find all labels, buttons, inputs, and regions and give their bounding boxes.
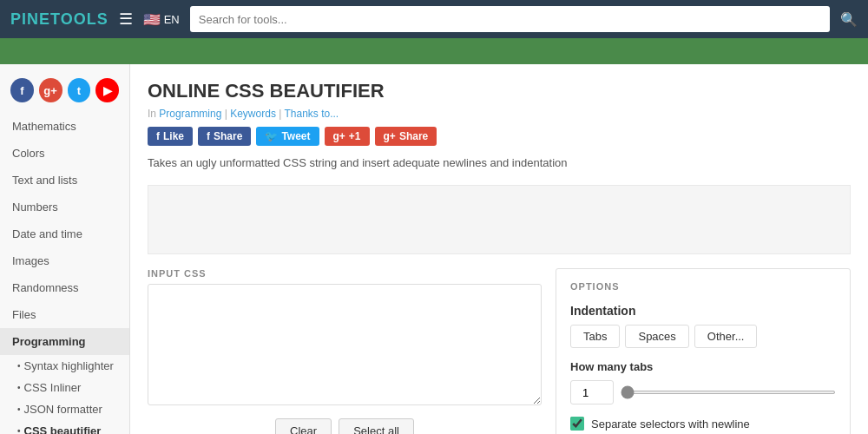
sidebar-item-programming[interactable]: Programming <box>0 328 129 355</box>
tabs-label: How many tabs <box>570 360 836 373</box>
tabs-slider[interactable] <box>621 391 836 394</box>
button-row: Clear Select all <box>148 418 542 434</box>
tabs-input-row <box>570 380 836 404</box>
sidebar-sub-cssinliner[interactable]: • CSS Inliner <box>0 377 129 398</box>
sidebar-item-colors[interactable]: Colors <box>0 140 129 167</box>
share-gp-button[interactable]: g+ Share <box>375 127 437 146</box>
tabs-number-input[interactable] <box>570 380 614 404</box>
breadcrumb-link-programming[interactable]: Programming <box>159 108 221 120</box>
content-area: ONLINE CSS BEAUTIFIER In Programming | K… <box>130 64 868 434</box>
sidebar: f g+ t ▶ Mathematics Colors Text and lis… <box>0 64 130 434</box>
other-button[interactable]: Other... <box>694 325 758 348</box>
separate-selectors-checkbox[interactable] <box>570 417 584 431</box>
lang-flag: 🇺🇸 <box>143 11 161 28</box>
gp2-icon: g+ <box>384 130 396 142</box>
plus1-button[interactable]: g+ +1 <box>325 127 370 146</box>
bullet-icon: • <box>17 404 21 414</box>
breadcrumb-link-keywords[interactable]: Keywords <box>230 108 276 120</box>
share-fb-button[interactable]: f Share <box>198 127 251 146</box>
ad-banner <box>148 185 851 254</box>
twitter-icon[interactable]: t <box>68 78 91 102</box>
youtube-icon[interactable]: ▶ <box>95 78 119 102</box>
tw-icon: 🐦 <box>265 130 278 142</box>
options-title: OPTIONS <box>570 281 836 292</box>
select-all-button[interactable]: Select all <box>339 418 414 434</box>
breadcrumb-link-thanksto[interactable]: Thanks to... <box>284 108 339 120</box>
fb2-icon: f <box>207 130 210 142</box>
bullet-icon: • <box>17 361 21 371</box>
sidebar-sub-syntax[interactable]: • Syntax highlighter <box>0 355 129 377</box>
sidebar-item-randomness[interactable]: Randomness <box>0 274 129 301</box>
sidebar-sub-cssbeautifier[interactable]: • CSS beautifier <box>0 420 129 434</box>
indentation-label: Indentation <box>570 304 836 318</box>
description: Takes an ugly unformatted CSS string and… <box>148 156 851 169</box>
gp-icon: g+ <box>333 130 345 142</box>
sidebar-item-datetime[interactable]: Date and time <box>0 220 129 247</box>
social-icons: f g+ t ▶ <box>0 71 129 113</box>
header: PINETOOLS ☰ 🇺🇸 EN 🔍 <box>0 0 868 38</box>
banner <box>0 38 868 64</box>
sidebar-sub-jsonformatter[interactable]: • JSON formatter <box>0 398 129 420</box>
options-panel: OPTIONS Indentation Tabs Spaces Other...… <box>556 268 851 434</box>
share-buttons: f Like f Share 🐦 Tweet g+ +1 g+ Share <box>148 127 851 146</box>
bullet-icon: • <box>17 426 21 434</box>
bullet-icon: • <box>17 383 21 392</box>
lang-selector[interactable]: 🇺🇸 EN <box>143 11 180 28</box>
fb-icon: f <box>156 130 160 142</box>
input-panel: INPUT CSS Clear Select all <box>148 268 542 434</box>
sidebar-item-mathematics[interactable]: Mathematics <box>0 113 129 140</box>
tool-area: INPUT CSS Clear Select all OPTIONS Inden… <box>148 268 851 434</box>
checkbox-separate-selectors: Separate selectors with newline <box>570 417 836 431</box>
search-input[interactable] <box>190 6 830 32</box>
separate-selectors-label: Separate selectors with newline <box>591 418 750 431</box>
sidebar-item-files[interactable]: Files <box>0 301 129 328</box>
logo-tools: TOOLS <box>50 10 108 28</box>
input-css-label: INPUT CSS <box>148 268 542 279</box>
spaces-button[interactable]: Spaces <box>625 325 688 348</box>
facebook-icon[interactable]: f <box>10 78 34 102</box>
page-title: ONLINE CSS BEAUTIFIER <box>148 80 851 102</box>
logo[interactable]: PINETOOLS <box>10 10 108 29</box>
tabs-button[interactable]: Tabs <box>570 325 620 348</box>
css-input[interactable] <box>148 284 542 405</box>
main-layout: f g+ t ▶ Mathematics Colors Text and lis… <box>0 64 868 434</box>
clear-button[interactable]: Clear <box>275 418 332 434</box>
logo-pine: PINE <box>10 10 50 28</box>
search-button[interactable]: 🔍 <box>840 11 858 28</box>
sidebar-item-textlists[interactable]: Text and lists <box>0 167 129 194</box>
indentation-buttons: Tabs Spaces Other... <box>570 325 836 348</box>
like-button[interactable]: f Like <box>148 127 193 146</box>
lang-code: EN <box>164 13 180 26</box>
menu-icon[interactable]: ☰ <box>119 10 133 29</box>
sidebar-item-images[interactable]: Images <box>0 247 129 274</box>
sidebar-item-numbers[interactable]: Numbers <box>0 194 129 220</box>
googleplus-icon[interactable]: g+ <box>39 78 62 102</box>
breadcrumb-pre: In <box>148 108 156 120</box>
tweet-button[interactable]: 🐦 Tweet <box>256 127 319 146</box>
breadcrumb: In Programming | Keywords | Thanks to... <box>148 108 851 120</box>
